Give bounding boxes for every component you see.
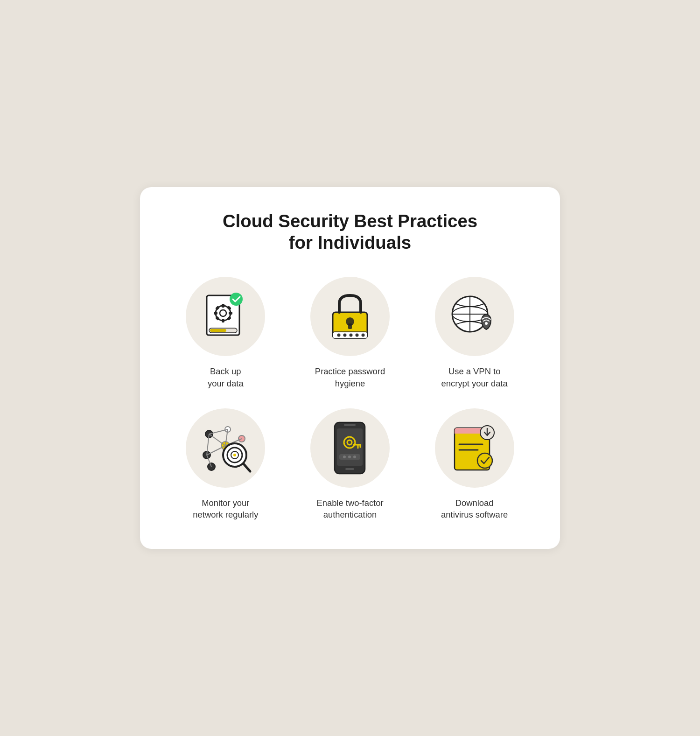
svg-rect-47 (337, 428, 363, 466)
svg-line-40 (209, 434, 225, 446)
svg-rect-16 (348, 323, 352, 329)
2fa-icon (332, 420, 367, 476)
network-icon-circle (186, 408, 265, 488)
practices-grid: Back upyour data (168, 277, 532, 521)
svg-point-13 (230, 293, 243, 306)
backup-icon (200, 291, 251, 342)
svg-point-20 (349, 333, 352, 336)
svg-point-2 (220, 310, 226, 316)
list-item: Back upyour data (168, 277, 283, 390)
svg-point-57 (348, 456, 351, 458)
svg-line-45 (244, 464, 250, 471)
list-item: Downloadantivirus software (417, 408, 532, 521)
password-icon-circle (310, 277, 390, 356)
svg-rect-6 (229, 312, 232, 315)
svg-rect-12 (210, 329, 226, 332)
2fa-icon-circle (310, 408, 390, 488)
password-icon (324, 290, 376, 343)
svg-rect-48 (344, 424, 356, 426)
vpn-icon-circle (435, 277, 514, 356)
svg-point-22 (361, 333, 364, 336)
list-item: Monitor yournetwork regularly (168, 408, 283, 521)
antivirus-label: Downloadantivirus software (441, 497, 508, 521)
svg-point-18 (337, 333, 340, 336)
network-icon (195, 420, 256, 476)
svg-point-27 (485, 322, 488, 325)
password-label: Practice passwordhygiene (315, 365, 385, 390)
vpn-icon (447, 290, 503, 343)
backup-label: Back upyour data (208, 365, 244, 390)
backup-icon-circle (186, 277, 265, 356)
svg-point-56 (343, 456, 346, 458)
svg-point-44 (233, 454, 236, 456)
page-title: Cloud Security Best Practices for Indivi… (168, 210, 532, 253)
svg-rect-3 (222, 304, 224, 308)
svg-rect-4 (222, 319, 224, 322)
network-label: Monitor yournetwork regularly (193, 497, 258, 521)
list-item: Enable two-factorauthentication (293, 408, 408, 521)
svg-point-58 (353, 456, 356, 458)
antivirus-icon-circle (435, 408, 514, 488)
svg-rect-49 (345, 468, 354, 470)
list-item: Use a VPN toencrypt your data (417, 277, 532, 390)
main-card: Cloud Security Best Practices for Indivi… (140, 187, 560, 549)
antivirus-icon (448, 421, 501, 475)
list-item: Practice passwordhygiene (293, 277, 408, 390)
vpn-label: Use a VPN toencrypt your data (441, 365, 508, 390)
svg-point-19 (343, 333, 346, 336)
svg-point-21 (355, 333, 358, 336)
2fa-label: Enable two-factorauthentication (316, 497, 383, 521)
svg-rect-5 (214, 312, 217, 315)
svg-point-66 (477, 453, 492, 468)
